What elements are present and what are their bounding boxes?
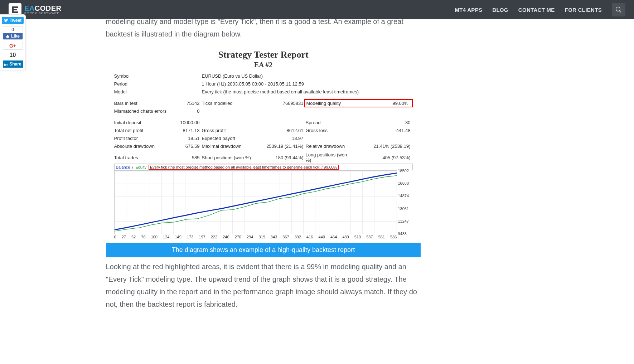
figure-caption: The diagram shows an example of a high-q… [106,243,421,257]
tt-value: 585 [177,155,202,160]
report-title: Strategy Tester Report [106,49,421,60]
model-label: Model [114,89,177,94]
linkedin-count: 10 [3,52,23,58]
rd-value: 21.41% (2539.19) [352,144,413,149]
linkedin-label: Share [9,62,21,67]
chart-svg [115,171,397,234]
main-nav: MT4 APPS BLOG CONTACT ME FOR CLIENTS [455,3,625,16]
like-button[interactable]: Like [3,33,23,39]
report-subtitle: EA #2 [106,61,421,69]
gl-label: Gross loss [306,128,352,133]
ad-label: Absolute drawdown [114,144,177,149]
x-axis-ticks: 0275276100124149173197222246270294319343… [114,234,397,239]
gl-value: -441.48 [352,128,413,133]
ep-value: 13.97 [252,136,306,141]
article-body: You should look at the modeling type wit… [102,3,425,311]
nav-for-clients[interactable]: FOR CLIENTS [565,7,602,13]
tnp-label: Total net profit [114,128,177,133]
linkedin-share-button[interactable]: Share [3,60,23,68]
lp-value: 405 (97.53%) [352,155,413,160]
md-value: 2539.19 (21.41%) [252,144,306,149]
share-sidebar: Tweet 0 Like G+ 10 Share [0,14,26,70]
sp-value: 180 (99.44%) [252,155,306,160]
lp-label: Long positions (won %) [306,152,352,163]
equity-chart: Balance / Equity Every tick (the most pr… [106,161,421,239]
like-count: 0 [3,26,23,33]
initdep-label: Initial deposit [114,120,177,125]
spread-value: 30 [352,120,413,125]
mismatch-value: 0 [177,108,202,114]
thumb-up-icon [6,34,10,38]
rd-label: Relative drawdown [306,144,352,149]
chart-plot-area: 18502166881487413061112479433 [114,170,397,234]
y-axis-ticks: 18502166881487413061112479433 [398,169,412,236]
modelling-quality-highlight: Modelling quality 99.00% [304,99,413,107]
bars-value: 75142 [177,101,202,106]
brand-subtitle: FOREX SOFTWARE [24,12,62,15]
linkedin-icon [4,62,8,66]
model-value: Every tick (the most precise method base… [202,89,359,94]
symbol-value: EURUSD (Euro vs US Dollar) [202,73,263,79]
top-navbar: EACODER FOREX SOFTWARE MT4 APPS BLOG CON… [0,0,634,19]
legend-every-tick-highlight: Every tick (the most precise method base… [149,165,339,170]
tt-label: Total trades [114,155,177,160]
md-label: Maximal drawdown [202,144,252,149]
pf-label: Profit factor [114,136,177,141]
legend-balance: Balance [116,165,130,169]
tnp-value: 8171.13 [177,128,202,133]
like-label: Like [11,34,20,39]
brand-text: EACODER FOREX SOFTWARE [24,5,62,15]
spread-label: Spread [306,120,352,125]
search-button[interactable] [612,3,625,16]
ep-label: Expected payoff [202,136,252,141]
mq-label: Modelling quality [306,101,352,106]
nav-blog[interactable]: BLOG [492,7,508,13]
twitter-icon [4,18,8,23]
mismatch-label: Mismatched charts errors [114,108,177,114]
period-value: 1 Hour (H1) 2003.05.05 03:00 - 2015.05.1… [202,81,304,87]
bars-label: Bars in test [114,101,177,106]
strategy-tester-report: Strategy Tester Report EA #2 SymbolEURUS… [106,47,421,258]
period-label: Period [114,81,177,87]
ticks-label: Ticks modelled [202,101,252,106]
followup-paragraph: Looking at the red highlighted areas, it… [106,261,421,311]
mq-value: 99.00% [352,101,411,106]
tweet-button[interactable]: Tweet [2,17,24,24]
symbol-label: Symbol [114,73,177,79]
google-plus-button[interactable]: G+ [3,42,23,50]
legend-equity: Equity [135,165,146,169]
brand-rest: CODER [35,4,62,12]
search-icon [615,6,622,13]
chart-legend: Balance / Equity Every tick (the most pr… [114,164,413,170]
initdep-value: 10000.00 [177,120,202,125]
ad-value: 676.59 [177,144,202,149]
tweet-label: Tweet [10,18,21,23]
gp-label: Gross profit [202,128,252,133]
ticks-value: 76695831 [252,101,306,106]
gp-value: 8612.61 [252,128,306,133]
sp-label: Short positions (won %) [202,155,252,160]
legend-sep: / [132,165,133,169]
pf-value: 19.51 [177,136,202,141]
brand-prefix: EA [24,4,35,12]
nav-contact[interactable]: CONTACT ME [518,7,555,13]
nav-mt4-apps[interactable]: MT4 APPS [455,7,482,13]
facebook-like-box: 0 Like [3,26,23,40]
